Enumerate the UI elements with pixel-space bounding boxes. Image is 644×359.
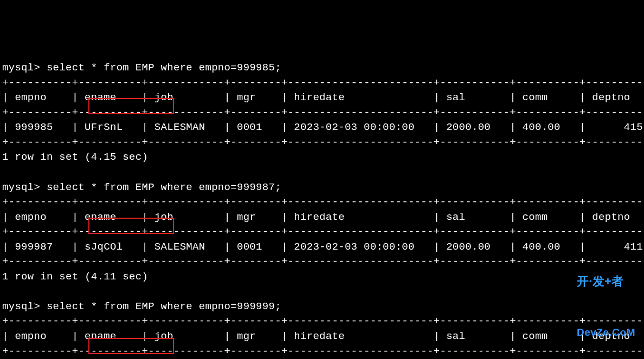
table-header-row: | empno | ename | job | mgr | hiredate |… <box>2 210 642 225</box>
mysql-prompt: mysql> <box>2 62 47 74</box>
table-separator: +----------+----------+------------+----… <box>2 225 642 240</box>
table-data-row: | 999987 | sJqCOl | SALESMAN | 0001 | 20… <box>2 240 642 255</box>
timing-text: (4.11 sec) <box>85 271 148 283</box>
table-separator: +----------+----------+------------+----… <box>2 106 642 121</box>
table-data-row: | 999985 | UFrSnL | SALESMAN | 0001 | 20… <box>2 120 642 135</box>
sql-query[interactable]: select * from EMP where empno=999987; <box>47 181 281 193</box>
table-header-row: | empno | ename | job | mgr | hiredate |… <box>2 90 642 106</box>
table-separator: +----------+----------+------------+----… <box>2 135 642 151</box>
mysql-prompt: mysql> <box>2 301 47 312</box>
result-summary: 1 row in set (4.15 sec) <box>2 150 642 165</box>
table-separator: +----------+----------+------------+----… <box>2 254 642 270</box>
result-summary: 1 row in set (4.11 sec) <box>2 270 642 285</box>
sql-query[interactable]: select * from EMP where empno=999985; <box>47 62 281 74</box>
table-separator: +----------+----------+------------+----… <box>2 76 642 91</box>
sql-query[interactable]: select * from EMP where empno=999999; <box>47 301 281 312</box>
table-separator: +----------+----------+------------+----… <box>2 344 642 359</box>
mysql-prompt-line: mysql> select * from EMP where empno=999… <box>2 180 642 195</box>
timing-text: (4.15 sec) <box>85 151 148 163</box>
result-text: 1 row in set <box>2 151 85 163</box>
result-text: 1 row in set <box>2 271 85 283</box>
terminal-output: mysql> select * from EMP where empno=999… <box>2 61 642 359</box>
blank-line <box>2 165 642 180</box>
table-header-row: | empno | ename | job | mgr | hiredate |… <box>2 329 642 344</box>
mysql-prompt: mysql> <box>2 181 47 193</box>
mysql-prompt-line: mysql> select * from EMP where empno=999… <box>2 299 642 315</box>
table-separator: +----------+----------+------------+----… <box>2 314 642 329</box>
mysql-prompt-line: mysql> select * from EMP where empno=999… <box>2 61 642 76</box>
table-separator: +----------+----------+------------+----… <box>2 195 642 210</box>
blank-line <box>2 284 642 299</box>
